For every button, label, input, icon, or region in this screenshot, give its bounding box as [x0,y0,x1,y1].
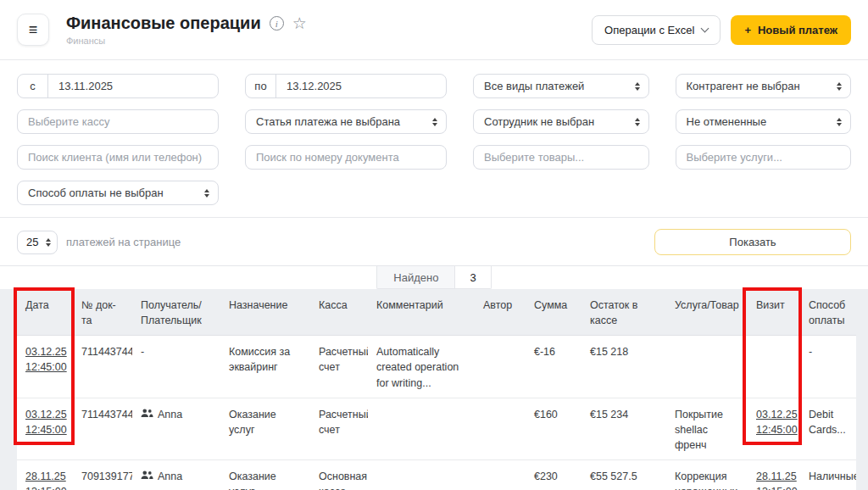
balance-cell: €55 527.5 [581,460,666,490]
client-search-input[interactable] [18,151,218,164]
comment-cell: Automatically created operation for writ… [368,336,475,398]
counterparty-value: Контрагент не выбран [687,80,800,92]
col-header-author: Автор [475,289,526,336]
payment-article-value: Статья платежа не выбрана [256,115,400,128]
found-count-tab[interactable]: 3 [454,266,491,289]
filters-panel: с по Все виды платежей Контрагент не выб… [0,60,868,217]
service-cell: Покрытие shellac френч [666,398,748,459]
client-search-field[interactable] [17,145,219,170]
payment-method-cell: Наличные [800,460,856,490]
per-page-select[interactable]: 25 [17,231,58,254]
breadcrumb: Финансы [66,36,307,46]
counterparty-select[interactable]: Контрагент не выбран [676,74,852,98]
col-header-date: Дата [17,289,73,336]
col-header-comment: Комментарий [368,289,475,336]
date-from-input[interactable] [48,80,218,92]
results-tabs: Найдено 3 [0,265,868,289]
col-header-sum: Сумма [526,289,581,336]
payment-method-cell: Debit Cards... [800,398,856,459]
services-input[interactable] [676,151,851,164]
payer-name[interactable]: Anna [158,469,182,484]
visit-link[interactable]: 28.11.25 13:15:00 [756,471,798,490]
author-cell [475,336,526,398]
page-title: Финансовые операции [66,14,261,33]
cancelled-select[interactable]: Не отмененные [676,109,852,134]
payment-article-select[interactable]: Статья платежа не выбрана [245,109,447,134]
document-search-field[interactable] [245,145,447,170]
table-row: 28.11.25 13:15:00 709139177 Anna Оказани… [17,460,856,490]
payment-method-cell: - [800,336,856,398]
document-search-input[interactable] [246,151,446,164]
per-page-value: 25 [26,236,38,248]
cancelled-value: Не отмененные [687,115,767,128]
author-cell [475,398,526,459]
page-header: ≡ Финансовые операции i ☆ Финансы Операц… [0,0,868,59]
cashbox-field[interactable] [17,109,219,134]
purpose-cell: Оказание услуг [220,460,310,490]
new-payment-label: Новый платеж [758,24,837,36]
service-cell: Коррекция нарощенных... [666,460,748,490]
goods-field[interactable] [473,145,649,170]
excel-operations-label: Операции с Excel [604,24,694,36]
chevron-down-icon [701,24,709,32]
excel-operations-button[interactable]: Операции с Excel [592,15,721,45]
table-header-row: Дата № док-та Получатель/ Плательщик Наз… [17,289,856,336]
star-icon[interactable]: ☆ [292,15,307,31]
sum-cell: €160 [526,398,581,459]
table-wrap: Дата № док-та Получатель/ Плательщик Наз… [0,289,868,490]
employee-select[interactable]: Сотрудник не выбран [473,109,649,134]
date-from-field[interactable]: с [17,74,219,98]
employee-value: Сотрудник не выбран [484,115,594,128]
updown-caret-icon [837,118,842,126]
payment-method-select[interactable]: Способ оплаты не выбран [17,181,219,205]
hamburger-icon: ≡ [29,21,38,39]
updown-caret-icon [432,118,437,126]
visit-cell [748,336,800,398]
payment-type-value: Все виды платежей [484,80,584,92]
visit-link[interactable]: 03.12.25 12:45:00 [756,409,798,436]
results-section: Дата № док-та Получатель/ Плательщик Наз… [0,289,868,490]
cashbox-cell: Расчетный счет [310,398,368,459]
goods-input[interactable] [474,151,648,164]
payer-cell: Anna [141,469,214,484]
doc-number-cell: 709139177 [73,460,132,490]
doc-number-cell: 711443744 [73,336,132,398]
menu-button[interactable]: ≡ [17,14,49,46]
new-payment-button[interactable]: + Новый платеж [731,15,851,45]
show-button[interactable]: Показать [654,229,851,255]
purpose-cell: Оказание услуг [220,398,310,459]
info-icon[interactable]: i [270,16,284,31]
services-field[interactable] [676,145,852,170]
pagination-bar: 25 платежей на странице Показать [0,218,868,265]
date-link[interactable]: 03.12.25 12:45:00 [25,409,67,436]
found-label: Найдено [376,266,454,289]
payer-name[interactable]: Anna [158,407,182,422]
cashbox-input[interactable] [18,115,218,128]
date-link[interactable]: 28.11.25 13:15:00 [25,471,67,490]
col-header-cashbox: Касса [310,289,368,336]
payment-type-select[interactable]: Все виды платежей [473,74,649,98]
payments-table: Дата № док-та Получатель/ Плательщик Наз… [17,289,856,490]
col-header-service: Услуга/Товар [666,289,748,336]
sum-cell: €-16 [526,336,581,398]
plus-icon: + [744,24,751,36]
col-header-payer: Получатель/ Плательщик [132,289,220,336]
clients-icon [141,471,153,480]
comment-cell [368,460,475,490]
sum-cell: €230 [526,460,581,490]
payer-cell: Anna [141,407,214,422]
clients-icon [141,409,153,418]
date-to-label: по [246,75,276,97]
table-row: 03.12.25 12:45:00 711443744 Anna Оказани… [17,398,856,459]
date-to-field[interactable]: по [245,74,447,98]
date-to-input[interactable] [276,80,446,92]
balance-cell: €15 218 [581,336,666,398]
updown-caret-icon [635,118,640,126]
purpose-cell: Комиссия за эквайринг [220,336,310,398]
date-from-label: с [18,75,48,97]
date-link[interactable]: 03.12.25 12:45:00 [25,346,67,373]
col-header-balance: Остаток в кассе [581,289,666,336]
col-header-method: Способ оплаты [800,289,856,336]
author-cell [475,460,526,490]
doc-number-cell: 711443744 [73,398,132,459]
